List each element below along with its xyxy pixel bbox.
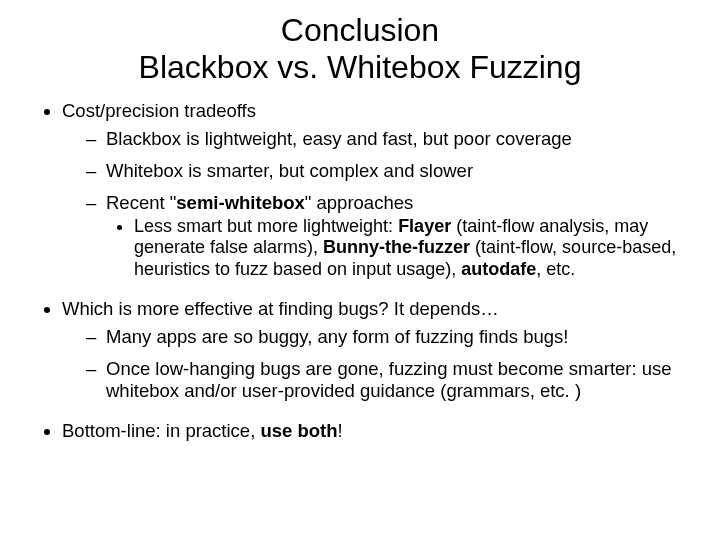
bullet-text: Whitebox is smarter, but complex and slo… <box>106 160 473 181</box>
list-item: Which is more effective at finding bugs?… <box>62 298 702 403</box>
list-item: Cost/precision tradeoffs Blackbox is lig… <box>62 100 702 280</box>
slide-title: Conclusion Blackbox vs. Whitebox Fuzzing <box>18 12 702 86</box>
inner-list: Less smart but more lightweight: Flayer … <box>106 216 702 280</box>
bullet-text: Blackbox is lightweight, easy and fast, … <box>106 128 572 149</box>
list-item: Many apps are so buggy, any form of fuzz… <box>86 326 702 348</box>
bullet-text: Once low-hanging bugs are gone, fuzzing … <box>106 358 672 401</box>
list-item: Recent "semi-whitebox" approaches Less s… <box>86 192 702 280</box>
bullet-text: Recent "semi-whitebox" approaches <box>106 192 413 213</box>
sub-list: Blackbox is lightweight, easy and fast, … <box>62 128 702 280</box>
list-item: Once low-hanging bugs are gone, fuzzing … <box>86 358 702 402</box>
title-line-1: Conclusion <box>281 12 439 48</box>
bullet-text: Cost/precision tradeoffs <box>62 100 256 121</box>
bullet-text: Which is more effective at finding bugs?… <box>62 298 499 319</box>
list-item: Blackbox is lightweight, easy and fast, … <box>86 128 702 150</box>
list-item: Whitebox is smarter, but complex and slo… <box>86 160 702 182</box>
bullet-text: Many apps are so buggy, any form of fuzz… <box>106 326 568 347</box>
list-item: Bottom-line: in practice, use both! <box>62 420 702 442</box>
bullet-text: Bottom-line: in practice, use both! <box>62 420 343 441</box>
bullet-text: Less smart but more lightweight: Flayer … <box>134 216 676 278</box>
title-line-2: Blackbox vs. Whitebox Fuzzing <box>139 49 582 85</box>
list-item: Less smart but more lightweight: Flayer … <box>134 216 702 280</box>
sub-list: Many apps are so buggy, any form of fuzz… <box>62 326 702 403</box>
bullet-list: Cost/precision tradeoffs Blackbox is lig… <box>18 100 702 443</box>
